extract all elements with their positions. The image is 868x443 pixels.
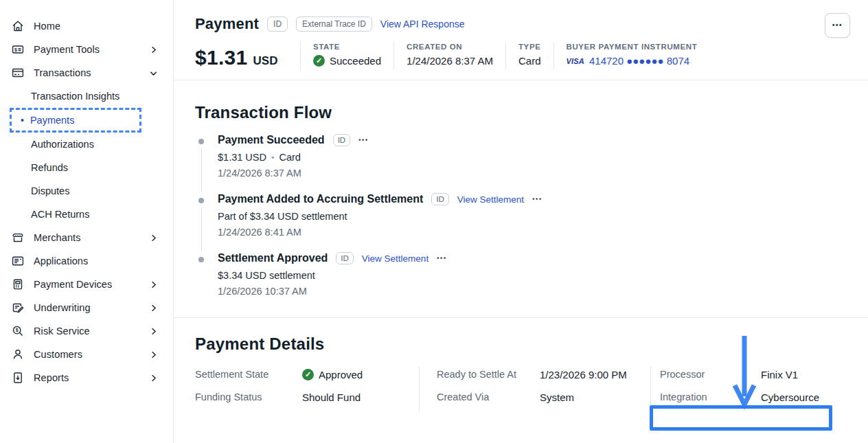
details-column-1: Settlement State ✓ Approved Funding Stat… — [195, 367, 419, 412]
detail-row-integration: Integration Cybersource — [660, 389, 850, 405]
sidebar-item-payment-devices[interactable]: Payment Devices — [0, 273, 173, 296]
sidebar-item-payment-tools[interactable]: $ Payment Tools — [0, 38, 173, 61]
sidebar-item-underwriting[interactable]: Underwriting — [0, 296, 173, 319]
event-id-chip[interactable]: ID — [333, 134, 351, 146]
card-number-link[interactable]: 414720 ●●●●●● 8074 — [589, 55, 689, 67]
event-title: Payment Added to Accruing Settlement — [218, 193, 423, 205]
detail-value: Finix V1 — [761, 369, 798, 380]
sidebar-item-label: Customers — [34, 349, 140, 360]
kebab-icon: ••• — [832, 22, 843, 29]
timeline-dot-icon — [198, 139, 204, 144]
event-timestamp: 1/26/2026 10:37 AM — [218, 286, 850, 297]
summary-instrument: BUYER PAYMENT INSTRUMENT VISA 414720 ●●●… — [553, 42, 710, 69]
sidebar-item-customers[interactable]: Customers — [0, 343, 173, 366]
amount-currency: USD — [253, 54, 278, 68]
svg-text:$: $ — [14, 47, 17, 53]
event-id-chip[interactable]: ID — [336, 252, 354, 264]
chevron-right-icon — [149, 45, 158, 54]
sidebar-item-label: Home — [34, 21, 158, 32]
applications-icon — [11, 254, 25, 268]
sidebar-item-reports[interactable]: Reports — [0, 366, 173, 389]
transaction-flow-timeline: Payment Succeeded ID ••• $1.31 USD•Card … — [195, 134, 850, 297]
reports-icon — [11, 371, 25, 385]
payment-tools-icon: $ — [11, 43, 25, 56]
view-settlement-link[interactable]: View Settlement — [362, 253, 429, 264]
detail-row-settlement-state: Settlement State ✓ Approved — [195, 367, 419, 382]
merchants-icon — [11, 231, 25, 245]
sidebar-item-label: Transactions — [34, 67, 140, 78]
payment-details-grid: Settlement State ✓ Approved Funding Stat… — [195, 367, 850, 412]
app-window: Home $ Payment Tools Transactions Transa — [0, 0, 868, 443]
type-value: Card — [518, 55, 541, 67]
chevron-right-icon — [149, 234, 158, 242]
home-icon — [11, 19, 25, 33]
sidebar-subitem-label: Authorizations — [31, 139, 94, 150]
main-content: Payment ID External Trace ID View API Re… — [174, 0, 868, 443]
active-bullet: • — [21, 115, 24, 125]
sidebar: Home $ Payment Tools Transactions Transa — [0, 0, 174, 443]
view-settlement-link[interactable]: View Settlement — [457, 194, 524, 205]
sidebar-item-label: Underwriting — [34, 302, 140, 313]
payment-header: Payment ID External Trace ID View API Re… — [195, 0, 850, 33]
detail-label: Ready to Settle At — [437, 369, 540, 380]
event-detail: $3.34 USD settlement — [218, 270, 850, 281]
risk-service-icon: $ — [11, 324, 25, 338]
detail-label: Funding Status — [195, 391, 302, 402]
separator-dot: • — [271, 152, 275, 163]
detail-label: Created Via — [437, 391, 540, 402]
instrument-label: BUYER PAYMENT INSTRUMENT — [567, 43, 698, 51]
transactions-icon — [11, 66, 25, 80]
event-detail: Part of $3.34 USD settlement — [218, 211, 850, 222]
detail-value: Cybersource — [761, 391, 819, 403]
sidebar-item-risk-service[interactable]: $ Risk Service — [0, 319, 173, 343]
sidebar-item-label: Applications — [34, 255, 158, 266]
svg-text:$: $ — [16, 328, 19, 333]
payment-id-chip[interactable]: ID — [267, 16, 288, 32]
sidebar-subitem-disputes[interactable]: Disputes — [0, 179, 173, 203]
event-title: Settlement Approved — [218, 252, 328, 264]
transaction-flow-title: Transaction Flow — [195, 103, 850, 122]
timeline-dot-icon — [198, 257, 204, 262]
sidebar-subitem-transaction-insights[interactable]: Transaction Insights — [0, 84, 173, 108]
section-divider — [174, 317, 868, 318]
detail-row-created-via: Created Via System — [437, 389, 650, 405]
event-amount: $1.31 USD — [218, 152, 266, 163]
sidebar-item-label: Payment Devices — [34, 279, 140, 290]
sidebar-item-transactions[interactable]: Transactions — [0, 61, 173, 84]
sidebar-item-applications[interactable]: Applications — [0, 249, 173, 273]
chevron-right-icon — [149, 374, 158, 383]
sidebar-subitem-payments-active[interactable]: • Payments — [10, 108, 141, 133]
chevron-right-icon — [149, 280, 158, 289]
summary-created-on: CREATED ON 1/24/2026 8:37 AM — [393, 42, 505, 69]
page-title: Payment — [195, 15, 259, 33]
created-on-value: 1/24/2026 8:37 AM — [407, 55, 493, 67]
success-check-icon: ✓ — [313, 55, 325, 67]
summary-state: STATE ✓ Succeeded — [300, 42, 393, 69]
success-check-icon: ✓ — [302, 369, 314, 380]
sidebar-item-home[interactable]: Home — [0, 14, 173, 38]
sidebar-subitem-authorizations[interactable]: Authorizations — [0, 133, 173, 156]
state-value: Succeeded — [330, 55, 381, 67]
event-more-icon[interactable]: ••• — [532, 196, 542, 203]
sidebar-subitem-label: Disputes — [31, 185, 69, 196]
chevron-right-icon — [149, 327, 158, 336]
detail-label: Settlement State — [195, 369, 302, 380]
event-more-icon[interactable]: ••• — [358, 137, 369, 144]
sidebar-subitem-ach-returns[interactable]: ACH Returns — [0, 203, 173, 226]
event-more-icon[interactable]: ••• — [437, 255, 447, 262]
sidebar-subitem-refunds[interactable]: Refunds — [0, 156, 173, 179]
detail-value: System — [540, 391, 574, 403]
payment-summary: $1.31 USD STATE ✓ Succeeded CREATED ON 1… — [195, 42, 850, 69]
more-actions-button[interactable]: ••• — [825, 13, 850, 38]
detail-label: Integration — [660, 391, 761, 402]
sidebar-item-merchants[interactable]: Merchants — [0, 226, 173, 249]
details-column-3: Processor Finix V1 Integration Cybersour… — [650, 367, 850, 412]
sidebar-subitem-label: Refunds — [31, 162, 68, 173]
external-trace-id-chip[interactable]: External Trace ID — [296, 16, 372, 32]
sidebar-item-label: Payment Tools — [34, 44, 140, 55]
event-id-chip[interactable]: ID — [431, 193, 449, 205]
event-timestamp: 1/24/2026 8:41 AM — [218, 227, 850, 238]
timeline-dot-icon — [198, 198, 204, 203]
view-api-response-link[interactable]: View API Response — [380, 19, 465, 30]
event-method: Card — [279, 152, 301, 163]
